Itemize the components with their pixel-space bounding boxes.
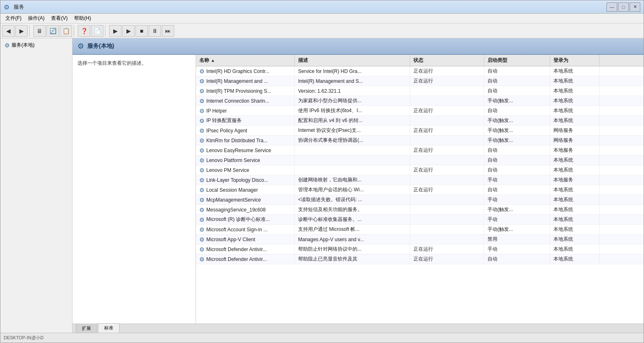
show-console-button[interactable]: 🖥: [33, 25, 46, 37]
table-row[interactable]: ⚙ IP Helper 使用 IPv6 转换技术(6to4、I... 正在运行 …: [196, 106, 644, 116]
table-row[interactable]: ⚙ Link-Layer Topology Disco... 创建网络映射，它由…: [196, 175, 644, 185]
cell-startup: 自动: [484, 66, 550, 76]
table-row[interactable]: ⚙ Local Session Manager 管理本地用户会话的核心 Wi..…: [196, 185, 644, 195]
title-controls: — □ ✕: [607, 2, 640, 12]
cell-status: 正在运行: [410, 165, 484, 175]
service-icon: ⚙: [199, 78, 205, 85]
table-row[interactable]: ⚙ Intel(R) TPM Provisioning S... Version…: [196, 86, 644, 96]
cell-login: 网络服务: [550, 136, 600, 145]
cell-startup: 手动(触发...: [484, 136, 550, 145]
cell-desc: <读取描述失败。错误代码: ...: [295, 195, 410, 204]
refresh-button[interactable]: 🔄: [47, 25, 59, 37]
table-row[interactable]: ⚙ Microsoft App-V Client Manages App-V u…: [196, 235, 644, 244]
tab-标准[interactable]: 标准: [98, 323, 119, 333]
service-name: Link-Layer Topology Disco...: [206, 177, 268, 183]
stop-button[interactable]: ■: [135, 25, 148, 37]
service-icon: ⚙: [199, 236, 205, 243]
sidebar-item-local-services[interactable]: ⚙ 服务(本地): [2, 40, 70, 50]
back-button[interactable]: ◀: [2, 25, 14, 37]
cell-desc: 创建网络映射，它由电脑和...: [295, 175, 410, 185]
menu-file[interactable]: 文件(F): [2, 14, 25, 23]
window-title: 服务: [14, 3, 607, 11]
cell-startup: 自动: [484, 165, 550, 175]
table-row[interactable]: ⚙ Internet Connection Sharin... 为家庭和小型办公…: [196, 96, 644, 106]
menu-view[interactable]: 查看(V): [48, 14, 71, 23]
tab-扩展[interactable]: 扩展: [76, 324, 97, 333]
service-name: Internet Connection Sharin...: [206, 98, 269, 104]
service-icon: ⚙: [199, 68, 205, 75]
cell-status: [410, 205, 484, 214]
cell-desc: 为家庭和小型办公网络提供...: [295, 96, 410, 106]
table-row[interactable]: ⚙ Microsoft Account Sign-in ... 支持用户通过 M…: [196, 225, 644, 235]
table-row[interactable]: ⚙ Intel(R) Management and ... Intel(R) M…: [196, 76, 644, 86]
table-row[interactable]: ⚙ MessagingService_19c608 支持短信及相关功能的服务。 …: [196, 205, 644, 215]
col-header-status[interactable]: 状态: [410, 55, 484, 66]
table-body: ⚙ Intel(R) HD Graphics Contr... Service …: [196, 66, 644, 324]
cell-desc: Internet 协议安全(IPsec)支...: [295, 126, 410, 135]
export-button[interactable]: 📋: [60, 25, 72, 37]
service-icon: ⚙: [199, 187, 205, 193]
cell-login: 本地服务: [550, 146, 600, 155]
service-icon: ⚙: [199, 246, 205, 253]
service-icon: ⚙: [199, 127, 205, 134]
col-header-login[interactable]: 登录为: [550, 55, 600, 66]
cell-name: ⚙ Microsoft Account Sign-in ...: [196, 225, 295, 234]
play-alt-button[interactable]: ▶: [122, 25, 135, 37]
table-row[interactable]: ⚙ Lenovo EasyResume Service 正在运行 自动 本地服务: [196, 146, 644, 155]
cell-login: 本地系统: [550, 106, 600, 115]
table-row[interactable]: ⚙ Lenovo Platform Service 自动 本地系统: [196, 155, 644, 165]
cell-status: 正在运行: [410, 146, 484, 155]
service-icon: ⚙: [199, 197, 205, 203]
table-row[interactable]: ⚙ IPsec Policy Agent Internet 协议安全(IPsec…: [196, 126, 644, 136]
cell-name: ⚙ Microsoft (R) 诊断中心标准...: [196, 215, 295, 224]
table-row[interactable]: ⚙ McpManagementService <读取描述失败。错误代码: ...…: [196, 195, 644, 205]
service-name: Intel(R) HD Graphics Contr...: [206, 68, 269, 74]
cell-startup: 禁用: [484, 235, 550, 244]
cell-startup: 手动(触发...: [484, 96, 550, 106]
cell-login: 本地系统: [550, 225, 600, 234]
cell-startup: 手动: [484, 195, 550, 204]
cell-status: [410, 116, 484, 125]
table-row[interactable]: ⚙ Intel(R) HD Graphics Contr... Service …: [196, 66, 644, 76]
cell-desc: 支持用户通过 Microsoft 帐...: [295, 225, 410, 234]
properties-button[interactable]: 📄: [91, 25, 103, 37]
table-row[interactable]: ⚙ Lenovo PM Service 正在运行 自动 本地系统: [196, 165, 644, 175]
col-header-startup[interactable]: 启动类型: [484, 55, 550, 66]
minimize-button[interactable]: —: [607, 2, 617, 12]
forward-button[interactable]: ▶: [15, 25, 28, 37]
sidebar: ⚙ 服务(本地): [0, 38, 72, 333]
cell-status: 正在运行: [410, 254, 484, 264]
service-icon: ⚙: [199, 216, 205, 223]
window-icon: ⚙: [4, 3, 11, 11]
cell-desc: Manages App-V users and v...: [295, 235, 410, 244]
close-button[interactable]: ✕: [630, 2, 640, 12]
service-name: McpManagementService: [206, 197, 261, 203]
cell-startup: 自动: [484, 185, 550, 195]
cell-name: ⚙ Microsoft Defender Antivir...: [196, 244, 295, 254]
cell-status: [410, 215, 484, 224]
service-icon: ⚙: [199, 117, 205, 124]
col-header-desc[interactable]: 描述: [295, 55, 410, 66]
table-row[interactable]: ⚙ IP 转换配置服务 配置和启用从 v4 到 v6 的转... 手动(触发..…: [196, 116, 644, 126]
play-button[interactable]: ▶: [109, 25, 121, 37]
menu-action[interactable]: 操作(A): [25, 14, 48, 23]
cell-desc: 配置和启用从 v4 到 v6 的转...: [295, 116, 410, 125]
table-row[interactable]: ⚙ Microsoft Defender Antivir... 帮助防止针对网络…: [196, 244, 644, 254]
cell-desc: [295, 155, 410, 165]
table-row[interactable]: ⚙ Microsoft (R) 诊断中心标准... 诊断中心标准收集器服务。..…: [196, 215, 644, 225]
cell-desc: 诊断中心标准收集器服务。...: [295, 215, 410, 224]
cell-desc: 管理本地用户会话的核心 Wi...: [295, 185, 410, 195]
service-icon: ⚙: [199, 177, 205, 183]
table-row[interactable]: ⚙ Microsoft Defender Antivir... 帮助阻止已亮显音…: [196, 254, 644, 264]
cell-name: ⚙ Microsoft Defender Antivir...: [196, 254, 295, 264]
restart-button[interactable]: ⏭: [162, 25, 174, 37]
cell-startup: 手动: [484, 215, 550, 224]
help-button[interactable]: ❓: [78, 25, 90, 37]
cell-startup: 自动: [484, 146, 550, 155]
pause-button[interactable]: ⏸: [149, 25, 161, 37]
cell-name: ⚙ McpManagementService: [196, 195, 295, 204]
maximize-button[interactable]: □: [618, 2, 629, 12]
menu-help[interactable]: 帮助(H): [71, 14, 94, 23]
table-row[interactable]: ⚙ KtmRm for Distributed Tra... 协调分布式事务处理…: [196, 136, 644, 146]
col-header-name[interactable]: 名称 ▲: [196, 55, 295, 66]
